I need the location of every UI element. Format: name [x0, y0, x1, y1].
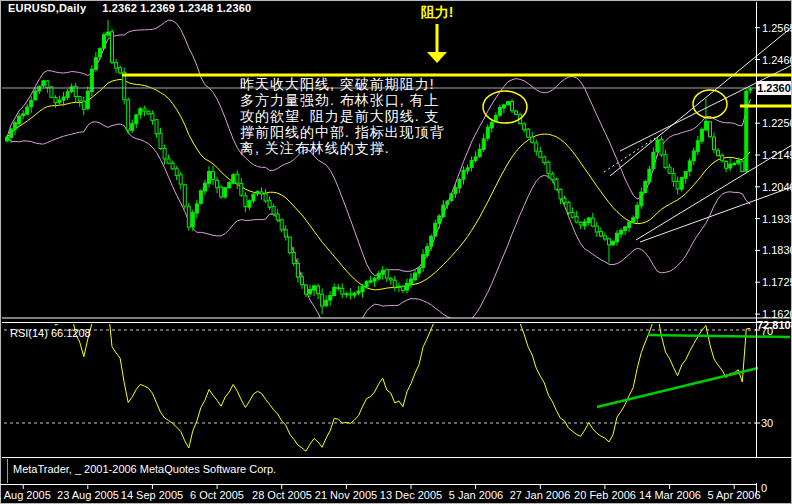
bull-candle-body	[700, 130, 703, 142]
bull-candle-body	[644, 182, 647, 193]
bull-candle-body	[369, 281, 372, 283]
bull-candle-body	[620, 230, 623, 234]
bear-candle-body	[571, 213, 574, 218]
bear-candle-body	[280, 220, 283, 230]
bear-candle-body	[401, 286, 404, 290]
bear-candle-body	[717, 150, 720, 155]
bear-candle-body	[515, 111, 518, 114]
bear-candle-body	[216, 180, 219, 187]
bull-candle-body	[357, 291, 360, 293]
bull-candle-body	[14, 123, 17, 129]
bear-candle-body	[321, 294, 324, 306]
resistance-text-annotation[interactable]: 阻力!	[421, 4, 454, 22]
bull-candle-body	[107, 32, 110, 35]
bull-candle-body	[406, 283, 409, 290]
bull-candle-body	[18, 116, 21, 123]
bull-candle-body	[696, 141, 699, 152]
note-line: 撑前阳线的中部. 指标出现顶背	[240, 124, 445, 140]
bull-candle-body	[353, 293, 356, 295]
status-bar-text: MetaTrader, _ 2001-2006 MetaQuotes Softw…	[13, 463, 276, 475]
note-line: 昨天收大阳线, 突破前期阻力!	[240, 76, 445, 92]
bull-candle-body	[139, 109, 142, 115]
bull-candle-body	[373, 278, 376, 281]
bull-candle-body	[486, 127, 489, 138]
price-axis-label: 1.1725	[762, 276, 792, 288]
bear-candle-body	[547, 162, 550, 173]
date-label: 14 Sep 2005	[121, 489, 183, 501]
bear-candle-body	[385, 270, 388, 278]
bull-candle-body	[313, 286, 316, 290]
bull-candle-body	[325, 300, 328, 305]
bull-candle-body	[454, 188, 457, 194]
bear-candle-body	[741, 161, 744, 171]
bull-candle-body	[208, 172, 211, 184]
bear-candle-body	[511, 102, 514, 111]
price-axis-label: 1.1830	[762, 244, 792, 256]
bear-candle-body	[155, 120, 158, 134]
rsi-green-trendline[interactable]	[597, 368, 758, 407]
bear-candle-body	[608, 239, 611, 245]
date-label: 5 Jan 2006	[449, 489, 503, 501]
bull-candle-body	[737, 161, 740, 164]
bear-candle-body	[345, 294, 348, 295]
bear-candle-body	[393, 280, 396, 287]
bull-candle-body	[656, 140, 659, 152]
date-label: 13 Dec 2005	[380, 489, 442, 501]
bear-candle-body	[127, 100, 130, 130]
bull-candle-body	[422, 255, 425, 268]
bear-candle-body	[527, 129, 530, 137]
trendline[interactable]	[604, 138, 655, 172]
bull-candle-body	[377, 274, 380, 279]
bear-candle-body	[668, 167, 671, 173]
bull-candle-body	[26, 107, 29, 114]
bull-candle-body	[466, 168, 469, 171]
bull-candle-body	[252, 194, 255, 201]
bull-candle-body	[414, 273, 417, 280]
down-arrow-head[interactable]	[427, 52, 447, 63]
bull-candle-body	[462, 170, 465, 179]
trendline[interactable]	[620, 65, 792, 151]
bear-candle-body	[664, 155, 667, 168]
bull-candle-body	[704, 121, 707, 130]
bull-candle-body	[636, 205, 639, 218]
date-label: 21 Nov 2005	[315, 489, 377, 501]
mt4-chart-window: EURUSD,Daily1.2362 1.2369 1.2348 1.2360 …	[0, 0, 792, 504]
bull-candle-body	[333, 287, 336, 295]
bull-candle-body	[10, 129, 13, 137]
note-line: 攻的欲望. 阻力是前大阴线. 支	[240, 108, 445, 124]
bear-candle-body	[563, 198, 566, 202]
bear-candle-body	[268, 200, 271, 207]
bear-candle-body	[676, 181, 679, 189]
bear-candle-body	[167, 159, 170, 163]
bear-candle-body	[317, 286, 320, 294]
analysis-note-annotation[interactable]: 昨天收大阳线, 突破前期阻力!多方力量强劲. 布林张口, 有上攻的欲望. 阻力是…	[240, 76, 445, 156]
bear-candle-body	[749, 89, 752, 90]
bear-candle-body	[143, 109, 146, 111]
bear-candle-body	[236, 174, 239, 183]
bear-candle-body	[300, 277, 303, 285]
bear-candle-body	[288, 237, 291, 253]
bull-candle-body	[418, 268, 421, 273]
bull-candle-body	[191, 213, 194, 227]
date-label: 6 Oct 2005	[190, 489, 244, 501]
bear-candle-body	[179, 175, 182, 184]
bear-candle-body	[212, 172, 215, 180]
bear-candle-body	[555, 179, 558, 189]
bear-candle-body	[119, 68, 122, 73]
bull-candle-body	[256, 191, 259, 193]
bull-candle-body	[94, 58, 97, 70]
bull-candle-body	[692, 151, 695, 161]
bull-candle-body	[482, 139, 485, 150]
bear-candle-body	[175, 169, 178, 176]
date-label: 5 Apr 2006	[707, 489, 760, 501]
bear-candle-body	[305, 285, 308, 294]
bull-candle-body	[103, 35, 106, 49]
bull-candle-body	[30, 100, 33, 106]
bull-candle-body	[458, 180, 461, 189]
bull-candle-body	[131, 124, 134, 131]
bull-candle-body	[66, 92, 69, 98]
price-axis-label: 1.2460	[762, 54, 792, 66]
bull-candle-body	[410, 279, 413, 284]
bull-candle-body	[199, 191, 202, 204]
bear-candle-body	[535, 143, 538, 151]
